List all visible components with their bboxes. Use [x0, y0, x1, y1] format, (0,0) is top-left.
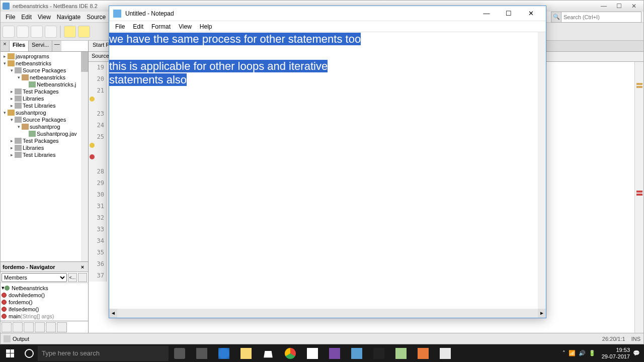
- bulb-icon[interactable]: [90, 143, 95, 148]
- redo-button[interactable]: [78, 26, 90, 38]
- services-tab[interactable]: Servi...: [29, 41, 52, 51]
- scroll-right-arrow[interactable]: ►: [538, 309, 546, 318]
- nav-btn-2[interactable]: [13, 322, 23, 332]
- undo-button[interactable]: [64, 26, 76, 38]
- new-file-button[interactable]: [3, 26, 15, 38]
- minimize-panel[interactable]: —: [52, 41, 61, 51]
- taskbar-netbeans[interactable]: [346, 344, 368, 362]
- notepad-menu-view[interactable]: View: [175, 23, 196, 30]
- nav-fordemo[interactable]: fordemo(): [9, 299, 33, 305]
- nav-filter-button[interactable]: <...: [68, 273, 77, 282]
- navigator-tree[interactable]: ▾Netbeanstricks dowhiledemo() fordemo() …: [1, 283, 88, 321]
- taskbar-app1[interactable]: [301, 344, 324, 362]
- nav-btn-1[interactable]: [2, 322, 12, 332]
- menu-edit[interactable]: Edit: [18, 14, 35, 21]
- taskbar-app3[interactable]: [412, 344, 434, 362]
- tree-nbt-java[interactable]: Netbeanstricks.j: [37, 81, 76, 87]
- start-button[interactable]: [0, 344, 20, 362]
- tree-source-packages2[interactable]: Source Packages: [23, 117, 66, 123]
- line-number: 23: [89, 108, 106, 120]
- nav-sort-button[interactable]: [78, 273, 87, 282]
- tree-libraries[interactable]: Libraries: [23, 96, 44, 102]
- tray-chevron-icon[interactable]: ˄: [562, 350, 566, 356]
- taskbar-clock[interactable]: 19:53 29-07-2017: [602, 347, 630, 360]
- taskbar-taskview[interactable]: [191, 344, 213, 362]
- save-all-button[interactable]: [45, 26, 57, 38]
- tree-libraries2[interactable]: Libraries: [23, 145, 44, 151]
- menu-navigate[interactable]: Navigate: [54, 14, 84, 21]
- tree-nbt-package[interactable]: netbeanstricks: [30, 74, 65, 80]
- taskbar-mic[interactable]: [169, 344, 191, 362]
- notepad-menu-file[interactable]: File: [111, 23, 129, 30]
- menu-view[interactable]: View: [35, 14, 54, 21]
- taskbar-vs[interactable]: [324, 344, 346, 362]
- notepad-minimize-button[interactable]: —: [475, 7, 498, 21]
- nav-btn-4[interactable]: [35, 322, 45, 332]
- taskbar-chrome[interactable]: [279, 344, 301, 362]
- menu-file[interactable]: File: [3, 14, 18, 21]
- menu-source[interactable]: Source: [84, 14, 109, 21]
- tree-source-packages[interactable]: Source Packages: [23, 67, 66, 73]
- search-icon[interactable]: 🔍: [551, 12, 561, 23]
- notepad-vscrollbar[interactable]: [538, 32, 546, 309]
- notepad-menu-format[interactable]: Format: [147, 23, 175, 30]
- tree-test-packages2[interactable]: Test Packages: [23, 138, 59, 144]
- tray-battery-icon[interactable]: 🔋: [589, 350, 596, 356]
- members-dropdown[interactable]: Members: [2, 273, 67, 282]
- nav-main[interactable]: main: [9, 313, 21, 319]
- notifications-icon[interactable]: 💬: [633, 350, 640, 356]
- taskbar-cmd[interactable]: [368, 344, 390, 362]
- app-icon: [307, 348, 318, 359]
- notepad-menu-edit[interactable]: Edit: [129, 23, 147, 30]
- notepad-maximize-button[interactable]: ☐: [498, 7, 520, 21]
- cortana-button[interactable]: [20, 344, 38, 362]
- tree-scrollbar[interactable]: [81, 52, 88, 261]
- tree-test-packages[interactable]: Test Packages: [23, 88, 59, 95]
- taskbar-explorer[interactable]: [235, 344, 257, 362]
- tree-sp-java[interactable]: Sushantprog.jav: [37, 131, 77, 137]
- maximize-button[interactable]: ☐: [611, 3, 626, 10]
- open-project-button[interactable]: [31, 26, 43, 38]
- scroll-left-arrow[interactable]: ◄: [109, 309, 117, 318]
- nav-ifelsedemo[interactable]: ifelsedemo(): [9, 306, 39, 312]
- error-stripe[interactable]: [634, 62, 643, 333]
- tree-sushantprog[interactable]: sushantprog: [16, 110, 46, 116]
- notepad-text-area[interactable]: we have the same process for other state…: [109, 32, 546, 309]
- visualstudio-icon: [329, 348, 340, 359]
- close-button[interactable]: ✕: [626, 3, 641, 10]
- minimize-button[interactable]: —: [596, 3, 611, 10]
- taskbar-app2[interactable]: [390, 344, 412, 362]
- new-project-button[interactable]: [17, 26, 29, 38]
- files-tab[interactable]: Files: [10, 41, 29, 51]
- bulb-icon[interactable]: [90, 97, 95, 102]
- nav-btn-5[interactable]: [46, 322, 56, 332]
- tray-network-icon[interactable]: 📶: [569, 350, 576, 356]
- navigator-close[interactable]: ×: [79, 264, 86, 270]
- taskbar-search[interactable]: Type here to search: [38, 346, 169, 361]
- tree-netbeanstricks[interactable]: netbeanstricks: [16, 60, 51, 66]
- nav-btn-3[interactable]: [24, 322, 34, 332]
- error-icon[interactable]: [90, 154, 95, 159]
- notepad-menu-help[interactable]: Help: [196, 23, 216, 30]
- output-icon[interactable]: [4, 335, 11, 342]
- nav-btn-6[interactable]: [57, 322, 67, 332]
- tree-sp-package[interactable]: sushantprog: [30, 124, 60, 130]
- tree-javaprograms[interactable]: javaprograms: [16, 53, 49, 59]
- notepad-close-button[interactable]: ✕: [520, 7, 542, 21]
- method-icon: [2, 314, 7, 319]
- nav-dowhiledemo[interactable]: dowhiledemo(): [9, 292, 45, 298]
- taskbar-edge[interactable]: [213, 344, 235, 362]
- taskbar-notepad[interactable]: [434, 344, 456, 362]
- navigator-panel: fordemo - Navigator × Members <... ▾Netb…: [1, 261, 88, 321]
- taskbar-store[interactable]: [257, 344, 279, 362]
- nav-class[interactable]: Netbeanstricks: [12, 285, 48, 291]
- tree-test-libraries2[interactable]: Test Libraries: [23, 152, 55, 158]
- projects-tab-close[interactable]: ×: [1, 41, 10, 51]
- project-tree[interactable]: ▸javaprograms ▾netbeanstricks ▾Source Pa…: [1, 52, 88, 261]
- notepad-hscrollbar[interactable]: ◄ ►: [109, 309, 546, 318]
- tray-volume-icon[interactable]: 🔊: [579, 350, 586, 356]
- output-label[interactable]: Output: [13, 336, 29, 342]
- search-input[interactable]: [561, 12, 641, 23]
- tree-test-libraries[interactable]: Test Libraries: [23, 103, 55, 109]
- notepad-titlebar[interactable]: Untitled - Notepad — ☐ ✕: [109, 6, 546, 21]
